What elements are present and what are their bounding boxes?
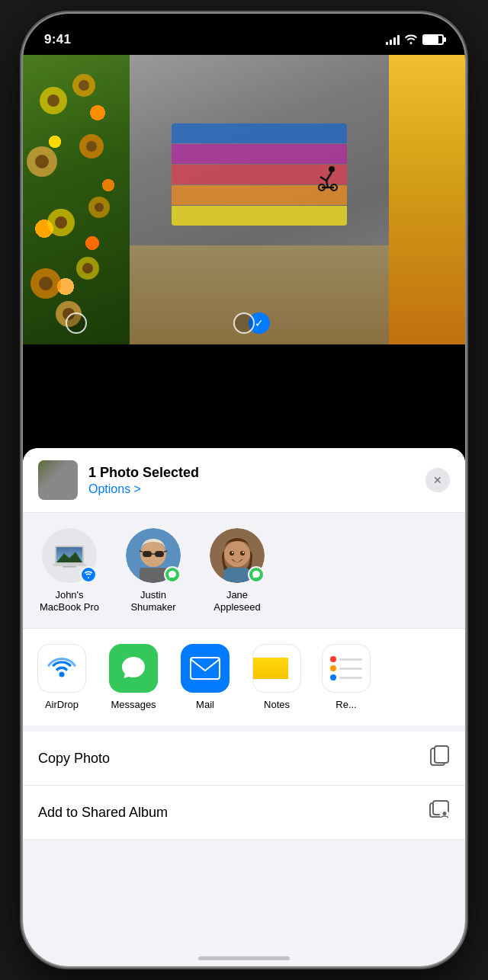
contact-macbook[interactable]: John'sMacBook Pro: [35, 528, 104, 613]
copy-svg-icon: [430, 745, 450, 767]
app-notes[interactable]: Notes: [250, 644, 303, 710]
signal-bar-3: [393, 37, 396, 45]
svg-point-18: [329, 166, 335, 172]
airdrop-app-icon: [37, 644, 86, 693]
notch: [183, 14, 305, 38]
svg-point-55: [443, 812, 447, 815]
app-mail[interactable]: Mail: [178, 644, 232, 710]
airdrop-label: AirDrop: [45, 699, 79, 710]
airdrop-badge: [80, 566, 97, 583]
app-messages[interactable]: Messages: [107, 644, 160, 710]
apps-row: AirDrop Messages: [23, 628, 465, 725]
svg-point-9: [55, 216, 67, 229]
share-header: 1 Photo Selected Options > ✕: [23, 448, 465, 513]
close-button[interactable]: ✕: [425, 468, 450, 492]
phone-frame: 9:41: [23, 14, 465, 966]
messages-badge-icon: [168, 570, 177, 579]
mail-svg-icon: [190, 657, 220, 680]
mail-app-icon: [181, 644, 230, 693]
svg-rect-36: [143, 551, 152, 557]
flowers-svg: [23, 55, 130, 344]
shared-album-svg-icon: [429, 799, 450, 821]
svg-rect-42: [223, 568, 251, 583]
contact-justin[interactable]: JustinShumaker: [119, 528, 188, 613]
svg-rect-34: [140, 568, 167, 583]
photo-right[interactable]: [389, 55, 465, 344]
justin-messages-badge: [164, 566, 181, 583]
add-shared-album-button[interactable]: Add to Shared Album: [23, 786, 465, 840]
reminder-app-icon: [322, 644, 371, 693]
svg-line-40: [164, 551, 167, 552]
wifi-icon: [404, 34, 418, 46]
photo-strip: ✓: [23, 55, 465, 344]
messages-app-icon: [109, 644, 158, 693]
macbook-avatar-wrapper: [42, 528, 97, 583]
header-title: 1 Photo Selected: [88, 465, 415, 481]
airdrop-svg-icon: [47, 653, 77, 684]
app-airdrop[interactable]: AirDrop: [35, 644, 88, 710]
svg-line-21: [326, 181, 328, 187]
svg-rect-31: [53, 564, 86, 566]
jane-avatar-wrapper: [210, 528, 265, 583]
jane-messages-badge-icon: [252, 570, 261, 579]
signal-bar-4: [397, 35, 400, 45]
contact-jane[interactable]: JaneAppleseed: [203, 528, 271, 613]
messages-svg-icon: [119, 654, 148, 683]
svg-point-46: [232, 552, 233, 553]
airdrop-badge-icon: [84, 570, 93, 579]
svg-point-44: [230, 551, 234, 556]
contacts-row: John'sMacBook Pro: [23, 513, 465, 628]
svg-line-39: [140, 551, 143, 552]
messages-label: Messages: [111, 699, 156, 710]
mail-label: Mail: [196, 699, 214, 710]
status-time: 9:41: [44, 32, 71, 47]
svg-point-1: [47, 94, 59, 107]
svg-line-19: [326, 172, 332, 181]
photo-left[interactable]: [23, 55, 130, 344]
signal-bars-icon: [386, 35, 400, 45]
svg-rect-51: [435, 746, 448, 763]
share-sheet: 1 Photo Selected Options > ✕: [23, 448, 465, 966]
thumbnail-inner: [38, 460, 78, 500]
svg-point-7: [86, 141, 97, 152]
close-icon: ✕: [433, 474, 442, 486]
svg-rect-37: [155, 551, 164, 557]
notes-label: Notes: [264, 699, 290, 710]
home-indicator: [198, 956, 290, 960]
svg-point-13: [39, 277, 53, 290]
svg-line-20: [320, 177, 326, 181]
reminder-label: Re...: [336, 699, 356, 710]
status-icons: [386, 34, 444, 46]
svg-point-48: [59, 672, 65, 677]
header-text: 1 Photo Selected Options >: [88, 465, 415, 496]
photo-left-selection[interactable]: [66, 312, 87, 334]
add-shared-album-label: Add to Shared Album: [38, 805, 168, 821]
svg-rect-32: [63, 566, 76, 568]
justin-name: JustinShumaker: [130, 589, 175, 613]
photo-center[interactable]: ✓: [130, 55, 389, 344]
svg-point-45: [240, 551, 245, 556]
options-link[interactable]: Options >: [88, 482, 415, 496]
shared-album-icon: [429, 799, 450, 825]
svg-point-47: [242, 552, 244, 553]
battery-fill: [424, 36, 438, 43]
justin-avatar-wrapper: [126, 528, 181, 583]
signal-bar-2: [390, 40, 392, 45]
macbook-name: John'sMacBook Pro: [40, 589, 99, 613]
svg-point-43: [224, 541, 250, 567]
biker-icon: [305, 154, 343, 192]
copy-icon: [430, 745, 450, 771]
jane-name: JaneAppleseed: [214, 589, 260, 613]
svg-point-15: [82, 263, 93, 274]
svg-point-3: [79, 80, 89, 91]
svg-point-5: [35, 155, 49, 168]
copy-photo-label: Copy Photo: [38, 751, 110, 767]
jane-messages-badge: [248, 566, 265, 583]
svg-point-11: [95, 203, 104, 212]
copy-photo-button[interactable]: Copy Photo: [23, 732, 465, 786]
screen-content: ✓ 1 Photo Selected Options > ✕: [23, 55, 465, 966]
svg-rect-49: [191, 658, 220, 679]
battery-icon: [422, 34, 444, 45]
photo-thumbnail: [38, 460, 78, 500]
app-reminder[interactable]: Re...: [322, 644, 371, 710]
